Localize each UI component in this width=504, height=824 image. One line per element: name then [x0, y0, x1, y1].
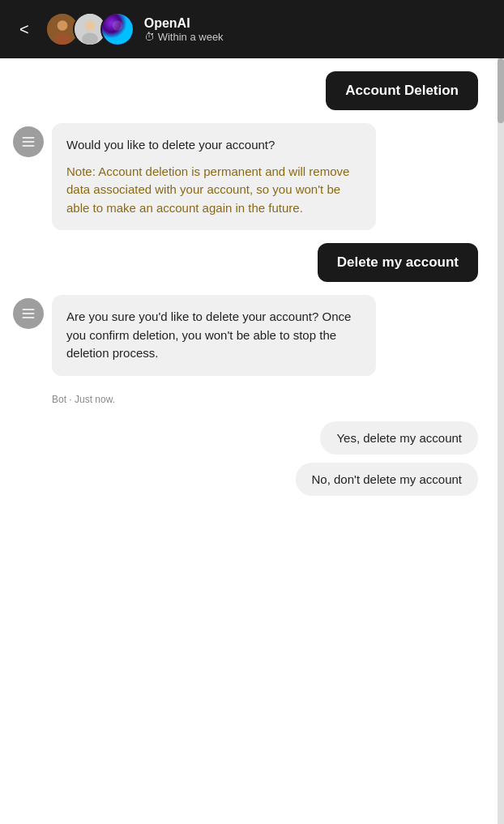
svg-rect-11 [23, 145, 35, 147]
quick-replies: Yes, delete my account No, don't delete … [13, 421, 485, 496]
svg-point-8 [112, 20, 122, 31]
svg-rect-14 [23, 317, 35, 318]
user-message-row-1: Delete my account [13, 243, 485, 282]
back-button[interactable]: < [13, 17, 36, 42]
chat-area: Account Deletion Would you like to delet… [0, 58, 504, 824]
bot-avatar-1 [13, 126, 44, 157]
avatar-person3 [100, 12, 135, 46]
svg-rect-9 [23, 137, 35, 139]
delete-my-account-bubble: Delete my account [318, 243, 478, 282]
bot-text-note: Note: Account deletion is permanent and … [66, 163, 361, 218]
svg-point-1 [57, 20, 67, 31]
svg-rect-12 [23, 309, 35, 310]
bot-timestamp: Bot · Just now. [52, 394, 485, 405]
bot-bubble-1: Would you like to delete your account? N… [52, 123, 376, 230]
scrollbar-thumb[interactable] [498, 58, 504, 123]
no-delete-button[interactable]: No, don't delete my account [296, 463, 478, 496]
yes-delete-button[interactable]: Yes, delete my account [320, 421, 478, 455]
bot-message-row-2: Are you sure you'd like to delete your a… [13, 295, 485, 376]
message-row-account-deletion: Account Deletion [13, 71, 485, 110]
avatar-group [45, 12, 135, 46]
bot-bubble-2: Are you sure you'd like to delete your a… [52, 295, 376, 376]
bot-avatar-2 [13, 298, 44, 329]
svg-rect-13 [23, 313, 35, 314]
scrollbar[interactable] [498, 58, 504, 824]
account-deletion-bubble: Account Deletion [326, 71, 478, 110]
svg-point-4 [84, 20, 95, 31]
header-info: OpenAI ⏱ Within a week [144, 16, 224, 43]
svg-rect-10 [23, 141, 35, 143]
chat-status: ⏱ Within a week [144, 31, 224, 43]
svg-point-5 [82, 33, 98, 45]
clock-icon: ⏱ [144, 31, 155, 43]
bot-message-row-1: Would you like to delete your account? N… [13, 123, 485, 230]
messages-list: Account Deletion Would you like to delet… [0, 58, 498, 824]
bot-text-question: Would you like to delete your account? [66, 138, 275, 152]
svg-point-2 [54, 33, 70, 45]
chat-header: < [0, 0, 504, 58]
chat-title: OpenAI [144, 16, 224, 31]
